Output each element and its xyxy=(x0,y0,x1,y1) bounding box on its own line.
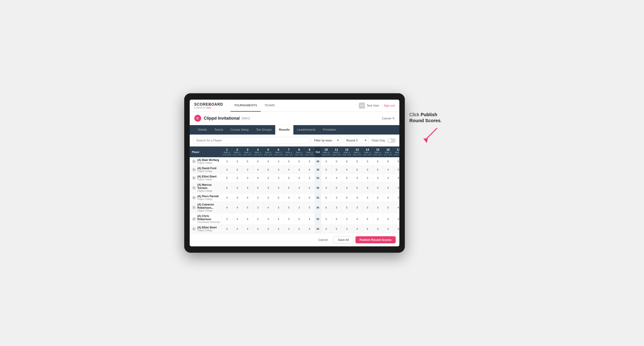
score-hole-7[interactable]: 4 xyxy=(284,193,294,202)
score-hole-15[interactable]: 3 xyxy=(372,213,383,225)
score-hole-16[interactable]: 5 xyxy=(383,202,393,213)
score-hole-7[interactable]: 5 xyxy=(284,202,294,213)
score-hole-13[interactable]: 3 xyxy=(352,202,362,213)
score-hole-17[interactable]: 4 xyxy=(393,202,399,213)
score-hole-7[interactable]: 3 xyxy=(284,225,294,233)
score-hole-3[interactable]: 4 xyxy=(242,182,253,193)
score-hole-15[interactable]: 5 xyxy=(372,157,383,166)
score-hole-15[interactable]: 3 xyxy=(372,174,383,182)
score-hole-13[interactable]: 5 xyxy=(352,157,362,166)
filter-by-team-select[interactable]: Filter by team xyxy=(312,137,342,144)
score-hole-1[interactable]: 5 xyxy=(222,174,232,182)
score-hole-8[interactable]: 3 xyxy=(294,166,304,174)
score-hole-11[interactable]: 3 xyxy=(331,202,342,213)
score-hole-12[interactable]: 5 xyxy=(342,193,352,202)
score-hole-1[interactable]: 5 xyxy=(222,182,232,193)
score-hole-13[interactable]: 4 xyxy=(352,225,362,233)
score-hole-10[interactable]: 3 xyxy=(321,225,331,233)
score-hole-15[interactable]: 3 xyxy=(372,202,383,213)
score-hole-6[interactable]: 3 xyxy=(273,157,284,166)
score-hole-16[interactable]: 6 xyxy=(383,157,393,166)
score-hole-17[interactable]: 3 xyxy=(393,182,399,193)
score-hole-2[interactable]: 3 xyxy=(232,193,242,202)
score-hole-2[interactable]: 4 xyxy=(232,225,242,233)
score-hole-11[interactable]: 3 xyxy=(331,193,342,202)
score-hole-8[interactable]: 4 xyxy=(294,182,304,193)
score-hole-8[interactable]: 5 xyxy=(294,225,304,233)
score-hole-9[interactable]: 4 xyxy=(304,182,314,193)
score-hole-10[interactable]: 5 xyxy=(321,193,331,202)
tab-course-setup[interactable]: Course Setup xyxy=(227,125,253,135)
score-hole-10[interactable]: 3 xyxy=(321,166,331,174)
cancel-button[interactable]: Cancel xyxy=(314,236,331,243)
score-hole-12[interactable]: 3 xyxy=(342,225,352,233)
score-hole-16[interactable]: 3 xyxy=(383,174,393,182)
score-hole-12[interactable]: 4 xyxy=(342,182,352,193)
score-hole-5[interactable]: 6 xyxy=(263,166,273,174)
score-hole-5[interactable]: 4 xyxy=(263,157,273,166)
score-hole-6[interactable]: 3 xyxy=(273,174,284,182)
score-hole-13[interactable]: 4 xyxy=(352,193,362,202)
score-hole-15[interactable]: 5 xyxy=(372,166,383,174)
tab-results[interactable]: Results xyxy=(275,125,294,135)
tab-leaderboards[interactable]: Leaderboards xyxy=(294,125,319,135)
score-hole-12[interactable]: 6 xyxy=(342,157,352,166)
score-hole-17[interactable]: 3 xyxy=(393,213,399,225)
score-hole-5[interactable]: 3 xyxy=(263,225,273,233)
score-hole-15[interactable]: 4 xyxy=(372,182,383,193)
score-hole-6[interactable]: 3 xyxy=(273,202,284,213)
score-hole-17[interactable]: 5 xyxy=(393,157,399,166)
score-hole-7[interactable]: 5 xyxy=(284,174,294,182)
score-hole-1[interactable]: 4 xyxy=(222,202,232,213)
score-hole-9[interactable]: 4 xyxy=(304,225,314,233)
score-hole-10[interactable]: 3 xyxy=(321,157,331,166)
score-hole-3[interactable]: 3 xyxy=(242,174,253,182)
score-hole-13[interactable]: 5 xyxy=(352,166,362,174)
round-select[interactable]: Round 3 xyxy=(344,137,369,144)
score-hole-17[interactable]: 3 xyxy=(393,193,399,202)
tab-printables[interactable]: Printables xyxy=(319,125,340,135)
score-hole-6[interactable]: 5 xyxy=(273,193,284,202)
score-hole-5[interactable]: 4 xyxy=(263,202,273,213)
score-hole-9[interactable]: 3 xyxy=(304,157,314,166)
score-hole-14[interactable]: 3 xyxy=(362,202,373,213)
score-hole-9[interactable]: 5 xyxy=(304,202,314,213)
score-hole-12[interactable]: 5 xyxy=(342,202,352,213)
score-hole-16[interactable]: 4 xyxy=(383,225,393,233)
score-hole-5[interactable]: 3 xyxy=(263,213,273,225)
score-hole-13[interactable]: 5 xyxy=(352,182,362,193)
score-hole-4[interactable]: 4 xyxy=(253,174,263,182)
score-hole-14[interactable]: 3 xyxy=(362,174,373,182)
score-hole-15[interactable]: 5 xyxy=(372,193,383,202)
score-hole-4[interactable]: 5 xyxy=(253,225,263,233)
score-hole-14[interactable]: 3 xyxy=(362,157,373,166)
score-hole-8[interactable]: 6 xyxy=(294,157,304,166)
score-hole-3[interactable]: 4 xyxy=(242,193,253,202)
score-hole-3[interactable]: 5 xyxy=(242,202,253,213)
score-hole-12[interactable]: 3 xyxy=(342,213,352,225)
score-hole-2[interactable]: 3 xyxy=(232,182,242,193)
score-hole-8[interactable]: 5 xyxy=(294,213,304,225)
score-hole-17[interactable]: 3 xyxy=(393,225,399,233)
score-hole-8[interactable]: 4 xyxy=(294,174,304,182)
score-hole-1[interactable]: 3 xyxy=(222,225,232,233)
score-hole-7[interactable]: 3 xyxy=(284,213,294,225)
score-hole-10[interactable]: 4 xyxy=(321,182,331,193)
score-hole-14[interactable]: 3 xyxy=(362,182,373,193)
score-hole-1[interactable]: 3 xyxy=(222,213,232,225)
score-hole-4[interactable]: 5 xyxy=(253,193,263,202)
totals-only-toggle[interactable] xyxy=(388,138,396,143)
score-hole-3[interactable]: 3 xyxy=(242,166,253,174)
score-hole-11[interactable]: 5 xyxy=(331,166,342,174)
score-hole-16[interactable]: 4 xyxy=(383,213,393,225)
tab-details[interactable]: Details xyxy=(194,125,211,135)
score-hole-5[interactable]: 3 xyxy=(263,174,273,182)
nav-teams[interactable]: TEAMS xyxy=(261,100,278,112)
score-hole-2[interactable]: 4 xyxy=(232,213,242,225)
score-hole-15[interactable]: 3 xyxy=(372,225,383,233)
score-hole-13[interactable]: 4 xyxy=(352,213,362,225)
tab-teams[interactable]: Teams xyxy=(210,125,227,135)
score-hole-7[interactable]: 5 xyxy=(284,157,294,166)
score-hole-9[interactable]: 3 xyxy=(304,174,314,182)
score-hole-6[interactable]: 3 xyxy=(273,182,284,193)
